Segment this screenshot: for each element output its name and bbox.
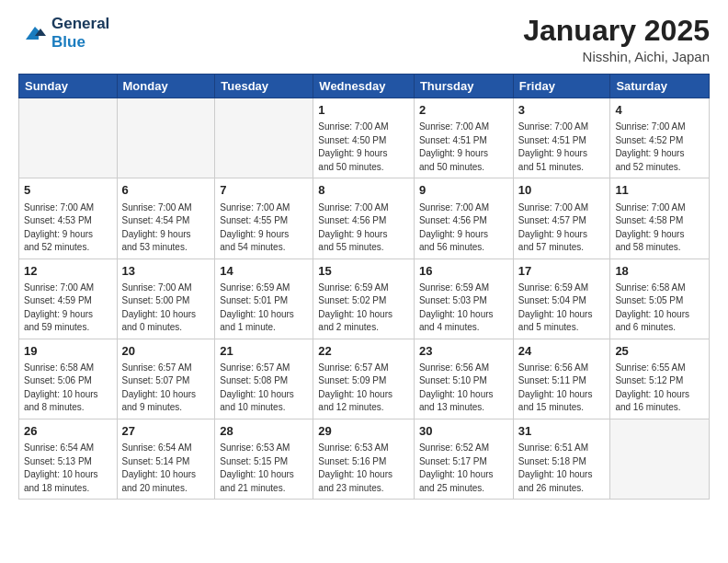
calendar-cell: 3Sunrise: 7:00 AM Sunset: 4:51 PM Daylig… <box>513 98 610 178</box>
logo-icon <box>18 23 48 43</box>
calendar-cell: 12Sunrise: 7:00 AM Sunset: 4:59 PM Dayli… <box>19 259 118 339</box>
day-info: Sunrise: 6:57 AM Sunset: 5:07 PM Dayligh… <box>122 362 210 415</box>
day-info: Sunrise: 6:55 AM Sunset: 5:12 PM Dayligh… <box>615 362 704 415</box>
day-info: Sunrise: 7:00 AM Sunset: 4:51 PM Dayligh… <box>518 121 606 174</box>
day-info: Sunrise: 7:00 AM Sunset: 4:57 PM Dayligh… <box>518 201 606 255</box>
calendar-cell: 8Sunrise: 7:00 AM Sunset: 4:56 PM Daylig… <box>313 178 415 259</box>
calendar-cell: 1Sunrise: 7:00 AM Sunset: 4:50 PM Daylig… <box>313 98 415 178</box>
weekday-header-monday: Monday <box>117 75 215 98</box>
day-info: Sunrise: 7:00 AM Sunset: 4:55 PM Dayligh… <box>220 201 308 255</box>
day-info: Sunrise: 6:53 AM Sunset: 5:16 PM Dayligh… <box>318 442 409 495</box>
calendar-cell <box>215 98 313 178</box>
calendar-cell: 6Sunrise: 7:00 AM Sunset: 4:54 PM Daylig… <box>117 178 215 259</box>
day-number: 23 <box>419 343 508 360</box>
day-info: Sunrise: 6:57 AM Sunset: 5:08 PM Dayligh… <box>220 362 308 415</box>
day-info: Sunrise: 6:59 AM Sunset: 5:02 PM Dayligh… <box>318 282 409 335</box>
day-number: 14 <box>220 263 308 280</box>
calendar-cell: 17Sunrise: 6:59 AM Sunset: 5:04 PM Dayli… <box>513 259 610 339</box>
calendar-cell: 9Sunrise: 7:00 AM Sunset: 4:56 PM Daylig… <box>414 178 513 259</box>
calendar-cell: 27Sunrise: 6:54 AM Sunset: 5:14 PM Dayli… <box>117 419 215 499</box>
calendar-cell: 21Sunrise: 6:57 AM Sunset: 5:08 PM Dayli… <box>215 339 313 419</box>
calendar-cell <box>610 419 710 499</box>
calendar-cell <box>19 98 118 178</box>
day-info: Sunrise: 6:58 AM Sunset: 5:06 PM Dayligh… <box>24 362 112 415</box>
day-info: Sunrise: 6:51 AM Sunset: 5:18 PM Dayligh… <box>518 442 606 495</box>
day-info: Sunrise: 7:00 AM Sunset: 4:56 PM Dayligh… <box>419 201 508 255</box>
day-info: Sunrise: 6:59 AM Sunset: 5:03 PM Dayligh… <box>419 282 508 335</box>
calendar-week-row: 5Sunrise: 7:00 AM Sunset: 4:53 PM Daylig… <box>19 178 710 259</box>
day-number: 4 <box>615 102 704 119</box>
day-number: 29 <box>318 423 409 440</box>
calendar-cell: 18Sunrise: 6:58 AM Sunset: 5:05 PM Dayli… <box>610 259 710 339</box>
day-number: 25 <box>615 343 704 360</box>
day-info: Sunrise: 7:00 AM Sunset: 4:51 PM Dayligh… <box>419 121 508 174</box>
day-info: Sunrise: 7:00 AM Sunset: 4:52 PM Dayligh… <box>615 121 704 174</box>
calendar-cell: 11Sunrise: 7:00 AM Sunset: 4:58 PM Dayli… <box>610 178 710 259</box>
day-info: Sunrise: 6:52 AM Sunset: 5:17 PM Dayligh… <box>419 442 508 495</box>
day-number: 8 <box>318 182 409 199</box>
weekday-header-friday: Friday <box>513 75 610 98</box>
day-number: 17 <box>518 263 606 280</box>
calendar-cell: 14Sunrise: 6:59 AM Sunset: 5:01 PM Dayli… <box>215 259 313 339</box>
day-info: Sunrise: 7:00 AM Sunset: 4:54 PM Dayligh… <box>122 201 210 255</box>
day-number: 19 <box>24 343 112 360</box>
calendar-cell: 15Sunrise: 6:59 AM Sunset: 5:02 PM Dayli… <box>313 259 415 339</box>
calendar-cell: 26Sunrise: 6:54 AM Sunset: 5:13 PM Dayli… <box>19 419 118 499</box>
day-number: 10 <box>518 182 606 199</box>
calendar-cell: 29Sunrise: 6:53 AM Sunset: 5:16 PM Dayli… <box>313 419 415 499</box>
day-info: Sunrise: 7:00 AM Sunset: 4:50 PM Dayligh… <box>318 121 409 174</box>
day-info: Sunrise: 6:54 AM Sunset: 5:13 PM Dayligh… <box>24 442 112 495</box>
day-number: 28 <box>220 423 308 440</box>
day-number: 30 <box>419 423 508 440</box>
calendar-cell: 7Sunrise: 7:00 AM Sunset: 4:55 PM Daylig… <box>215 178 313 259</box>
day-info: Sunrise: 6:57 AM Sunset: 5:09 PM Dayligh… <box>318 362 409 415</box>
calendar-cell <box>117 98 215 178</box>
day-number: 1 <box>318 102 409 119</box>
day-info: Sunrise: 6:54 AM Sunset: 5:14 PM Dayligh… <box>122 442 210 495</box>
day-number: 11 <box>615 182 704 199</box>
month-title: January 2025 <box>523 15 710 47</box>
day-number: 13 <box>122 263 210 280</box>
weekday-header-thursday: Thursday <box>414 75 513 98</box>
calendar-cell: 30Sunrise: 6:52 AM Sunset: 5:17 PM Dayli… <box>414 419 513 499</box>
calendar-cell: 20Sunrise: 6:57 AM Sunset: 5:07 PM Dayli… <box>117 339 215 419</box>
calendar-cell: 2Sunrise: 7:00 AM Sunset: 4:51 PM Daylig… <box>414 98 513 178</box>
calendar-cell: 5Sunrise: 7:00 AM Sunset: 4:53 PM Daylig… <box>19 178 118 259</box>
calendar-week-row: 19Sunrise: 6:58 AM Sunset: 5:06 PM Dayli… <box>19 339 710 419</box>
calendar-cell: 10Sunrise: 7:00 AM Sunset: 4:57 PM Dayli… <box>513 178 610 259</box>
day-info: Sunrise: 6:56 AM Sunset: 5:10 PM Dayligh… <box>419 362 508 415</box>
calendar-table: SundayMondayTuesdayWednesdayThursdayFrid… <box>18 74 710 500</box>
calendar-cell: 31Sunrise: 6:51 AM Sunset: 5:18 PM Dayli… <box>513 419 610 499</box>
day-number: 21 <box>220 343 308 360</box>
day-info: Sunrise: 7:00 AM Sunset: 4:59 PM Dayligh… <box>24 282 112 335</box>
calendar-cell: 19Sunrise: 6:58 AM Sunset: 5:06 PM Dayli… <box>19 339 118 419</box>
weekday-header-tuesday: Tuesday <box>215 75 313 98</box>
weekday-header-sunday: Sunday <box>19 75 118 98</box>
logo: General Blue <box>18 15 109 52</box>
calendar-cell: 22Sunrise: 6:57 AM Sunset: 5:09 PM Dayli… <box>313 339 415 419</box>
day-number: 15 <box>318 263 409 280</box>
calendar-cell: 23Sunrise: 6:56 AM Sunset: 5:10 PM Dayli… <box>414 339 513 419</box>
day-info: Sunrise: 7:00 AM Sunset: 4:56 PM Dayligh… <box>318 201 409 255</box>
day-number: 6 <box>122 182 210 199</box>
calendar-cell: 16Sunrise: 6:59 AM Sunset: 5:03 PM Dayli… <box>414 259 513 339</box>
day-number: 16 <box>419 263 508 280</box>
day-number: 18 <box>615 263 704 280</box>
day-number: 3 <box>518 102 606 119</box>
header: General Blue January 2025 Nisshin, Aichi… <box>18 15 710 64</box>
logo-general: General <box>51 15 109 32</box>
day-info: Sunrise: 7:00 AM Sunset: 4:53 PM Dayligh… <box>24 201 112 255</box>
day-info: Sunrise: 6:59 AM Sunset: 5:04 PM Dayligh… <box>518 282 606 335</box>
day-number: 9 <box>419 182 508 199</box>
day-info: Sunrise: 6:56 AM Sunset: 5:11 PM Dayligh… <box>518 362 606 415</box>
day-number: 27 <box>122 423 210 440</box>
calendar-cell: 13Sunrise: 7:00 AM Sunset: 5:00 PM Dayli… <box>117 259 215 339</box>
calendar-week-row: 12Sunrise: 7:00 AM Sunset: 4:59 PM Dayli… <box>19 259 710 339</box>
day-info: Sunrise: 6:58 AM Sunset: 5:05 PM Dayligh… <box>615 282 704 335</box>
day-number: 31 <box>518 423 606 440</box>
calendar-week-row: 1Sunrise: 7:00 AM Sunset: 4:50 PM Daylig… <box>19 98 710 178</box>
day-number: 26 <box>24 423 112 440</box>
day-info: Sunrise: 6:59 AM Sunset: 5:01 PM Dayligh… <box>220 282 308 335</box>
day-number: 5 <box>24 182 112 199</box>
logo-blue: Blue <box>51 33 85 51</box>
